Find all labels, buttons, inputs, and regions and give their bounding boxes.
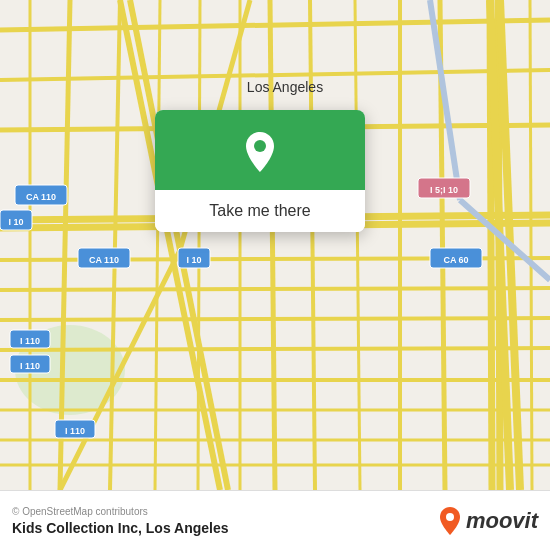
svg-line-19 bbox=[198, 0, 200, 490]
moovit-pin-icon bbox=[438, 507, 462, 535]
svg-line-28 bbox=[530, 0, 532, 490]
popup-green-section bbox=[155, 110, 365, 190]
svg-text:CA 60: CA 60 bbox=[443, 255, 468, 265]
svg-text:CA 110: CA 110 bbox=[26, 192, 56, 202]
take-me-there-button[interactable]: Take me there bbox=[155, 190, 365, 232]
map-container: CA 110 CA 110 I 10 I 10 I 5;I 10 CA 60 I… bbox=[0, 0, 550, 490]
svg-text:I 110: I 110 bbox=[65, 426, 85, 436]
svg-text:I 10: I 10 bbox=[186, 255, 201, 265]
svg-text:I 5;I 10: I 5;I 10 bbox=[430, 185, 458, 195]
svg-text:I 10: I 10 bbox=[8, 217, 23, 227]
svg-text:Los Angeles: Los Angeles bbox=[247, 79, 323, 95]
svg-point-56 bbox=[254, 140, 266, 152]
location-pin-icon bbox=[236, 128, 284, 176]
svg-text:I 110: I 110 bbox=[20, 361, 40, 371]
popup-card: Take me there bbox=[155, 110, 365, 232]
svg-point-57 bbox=[446, 513, 454, 521]
copyright-text: © OpenStreetMap contributors bbox=[12, 506, 229, 517]
svg-text:I 110: I 110 bbox=[20, 336, 40, 346]
bottom-bar: © OpenStreetMap contributors Kids Collec… bbox=[0, 490, 550, 550]
map-background: CA 110 CA 110 I 10 I 10 I 5;I 10 CA 60 I… bbox=[0, 0, 550, 490]
moovit-text: moovit bbox=[466, 508, 538, 534]
moovit-logo: moovit bbox=[438, 507, 538, 535]
bottom-left: © OpenStreetMap contributors Kids Collec… bbox=[12, 506, 229, 536]
place-name: Kids Collection Inc, Los Angeles bbox=[12, 520, 229, 536]
svg-text:CA 110: CA 110 bbox=[89, 255, 119, 265]
